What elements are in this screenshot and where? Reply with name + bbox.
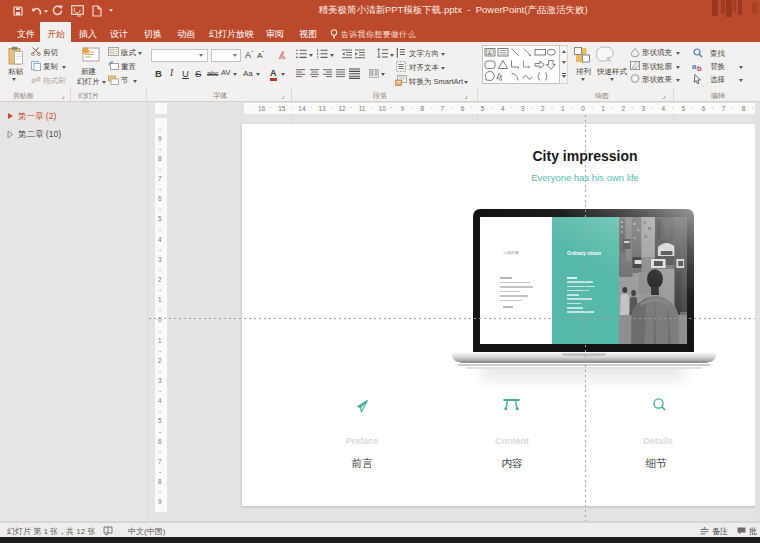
svg-text:b: b: [697, 64, 702, 72]
